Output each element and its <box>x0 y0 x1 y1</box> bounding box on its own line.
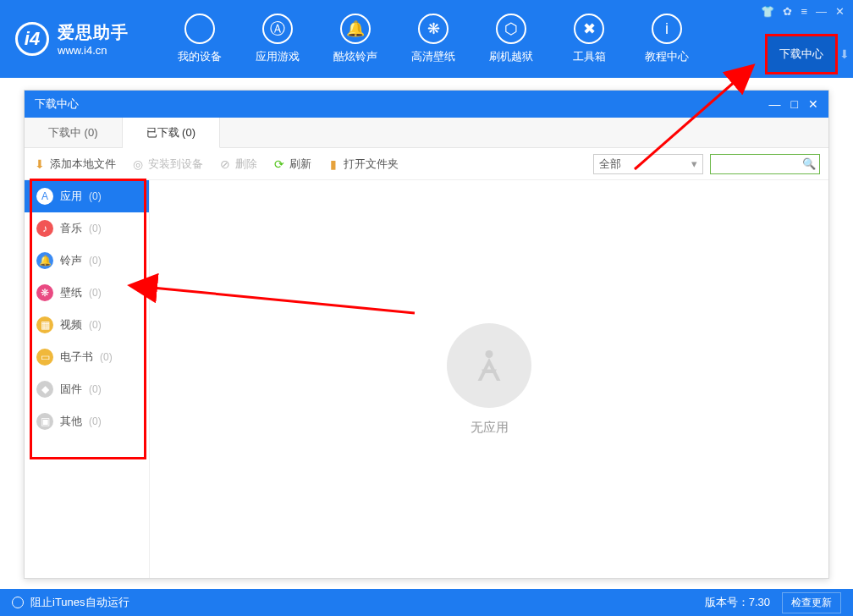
flower-icon: ❋ <box>418 14 449 44</box>
empty-apps-icon <box>447 323 531 408</box>
itunes-block-label: 阻止iTunes自动运行 <box>30 595 129 610</box>
main-nav: 我的设备 Ⓐ应用游戏 🔔酷炫铃声 ❋高清壁纸 ⬡刷机越狱 ✖工具箱 i教程中心 <box>161 14 706 64</box>
book-icon: ▭ <box>36 349 53 366</box>
empty-text: 无应用 <box>471 420 509 436</box>
panel-close-icon[interactable]: ✕ <box>808 97 818 111</box>
nav-apps[interactable]: Ⓐ应用游戏 <box>239 14 316 64</box>
search-box[interactable]: 🔍 <box>710 154 820 174</box>
logo-icon: i4 <box>15 22 49 56</box>
chevron-down-icon: ▾ <box>691 157 697 170</box>
version-label: 版本号：7.30 <box>705 595 770 610</box>
nav-tutorials[interactable]: i教程中心 <box>628 14 706 64</box>
panel-title-text: 下载中心 <box>35 96 79 112</box>
sidebar-item-ebooks[interactable]: ▭电子书(0) <box>25 341 149 373</box>
cube-icon: ⬡ <box>496 14 526 44</box>
add-local-file-button[interactable]: ⬇ 添加本地文件 <box>33 157 116 172</box>
window-controls: 👕 ✿ ≡ — ✕ <box>761 5 845 18</box>
app-url: www.i4.cn <box>58 44 129 57</box>
sidebar-item-videos[interactable]: ▦视频(0) <box>25 309 149 341</box>
download-folder-icon: ⬇ <box>33 157 47 171</box>
open-folder-button[interactable]: ▮ 打开文件夹 <box>327 157 399 172</box>
panel-minimize-icon[interactable]: — <box>769 97 781 111</box>
close-icon[interactable]: ✕ <box>835 5 845 18</box>
app-name: 爱思助手 <box>58 21 129 44</box>
install-to-device-button[interactable]: ◎ 安装到设备 <box>131 157 203 172</box>
sidebar-item-wallpapers[interactable]: ❋壁纸(0) <box>25 277 149 309</box>
bell-icon: 🔔 <box>36 252 53 269</box>
app-header: i4 爱思助手 www.i4.cn 我的设备 Ⓐ应用游戏 🔔酷炫铃声 ❋高清壁纸… <box>0 0 853 78</box>
tab-downloaded[interactable]: 已下载 (0) <box>123 118 221 148</box>
skin-icon[interactable]: 👕 <box>761 5 774 18</box>
sidebar-item-music[interactable]: ♪音乐(0) <box>25 212 149 245</box>
other-icon: ▣ <box>36 413 53 430</box>
category-sidebar: A应用(0) ♪音乐(0) 🔔铃声(0) ❋壁纸(0) ▦视频(0) ▭电子书(… <box>25 180 150 578</box>
tools-icon: ✖ <box>574 14 604 44</box>
search-input[interactable] <box>714 158 802 170</box>
panel-maximize-icon[interactable]: □ <box>791 97 798 111</box>
panel-titlebar: 下载中心 — □ ✕ <box>25 91 828 118</box>
apps-icon: A <box>36 188 53 205</box>
bell-icon: 🔔 <box>340 14 371 44</box>
search-icon: 🔍 <box>802 157 816 170</box>
music-icon: ♪ <box>36 220 53 237</box>
apple-icon <box>184 14 215 44</box>
svg-point-0 <box>486 350 493 358</box>
download-center-button[interactable]: 下载中心 <box>765 34 838 74</box>
nav-wallpapers[interactable]: ❋高清壁纸 <box>394 14 472 64</box>
logo-text: 爱思助手 www.i4.cn <box>58 21 129 57</box>
nav-toolbox[interactable]: ✖工具箱 <box>550 14 628 64</box>
download-center-panel: 下载中心 — □ ✕ 下载中 (0) 已下载 (0) ⬇ 添加本地文件 ◎ 安装… <box>24 90 829 579</box>
flower-icon: ❋ <box>36 284 53 301</box>
status-bar: 阻止iTunes自动运行 版本号：7.30 检查更新 <box>0 589 853 616</box>
panel-toolbar: ⬇ 添加本地文件 ◎ 安装到设备 ⊘ 删除 ⟳ 刷新 ▮ 打开文件夹 全部 ▾ … <box>25 148 828 180</box>
delete-button[interactable]: ⊘ 删除 <box>218 157 257 172</box>
download-icon[interactable]: ⬇ <box>839 47 850 61</box>
logo-area: i4 爱思助手 www.i4.cn <box>0 21 161 57</box>
nav-my-device[interactable]: 我的设备 <box>161 14 239 64</box>
video-icon: ▦ <box>36 316 53 333</box>
sidebar-item-firmware[interactable]: ◆固件(0) <box>25 373 149 405</box>
panel-tabs: 下载中 (0) 已下载 (0) <box>25 118 828 148</box>
firmware-icon: ◆ <box>36 381 53 398</box>
apps-icon: Ⓐ <box>262 14 293 44</box>
filter-select[interactable]: 全部 ▾ <box>593 154 703 174</box>
refresh-icon: ⟳ <box>272 157 286 171</box>
settings-icon[interactable]: ✿ <box>783 5 792 18</box>
delete-icon: ⊘ <box>218 157 232 171</box>
folder-icon: ▮ <box>327 157 340 171</box>
sidebar-item-other[interactable]: ▣其他(0) <box>25 405 149 437</box>
info-icon: i <box>652 14 682 44</box>
sidebar-item-ringtones[interactable]: 🔔铃声(0) <box>25 245 149 277</box>
nav-ringtones[interactable]: 🔔酷炫铃声 <box>316 14 394 64</box>
install-icon: ◎ <box>131 157 145 171</box>
empty-content: 无应用 <box>150 180 828 578</box>
sidebar-item-apps[interactable]: A应用(0) <box>25 180 149 212</box>
minimize-icon[interactable]: — <box>816 5 827 18</box>
menu-icon[interactable]: ≡ <box>801 5 807 18</box>
tab-downloading[interactable]: 下载中 (0) <box>25 118 123 147</box>
nav-jailbreak[interactable]: ⬡刷机越狱 <box>472 14 550 64</box>
check-update-button[interactable]: 检查更新 <box>782 592 841 613</box>
status-toggle-icon[interactable] <box>12 597 24 608</box>
refresh-button[interactable]: ⟳ 刷新 <box>272 157 311 172</box>
